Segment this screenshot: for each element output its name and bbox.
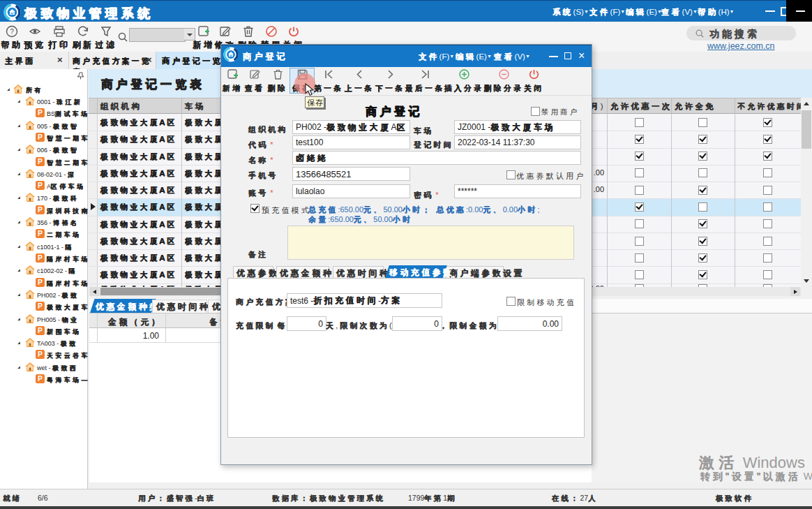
svg-text:P: P: [38, 182, 43, 189]
svg-text:P: P: [38, 254, 43, 262]
svg-text:?: ?: [10, 28, 14, 36]
svg-text:P: P: [38, 279, 43, 286]
svg-text:P: P: [38, 327, 43, 334]
svg-text:P: P: [38, 109, 43, 117]
svg-text:P: P: [38, 375, 43, 383]
svg-text:P: P: [38, 351, 43, 358]
svg-text:P: P: [38, 133, 43, 141]
svg-text:P: P: [38, 230, 43, 237]
svg-text:P: P: [38, 302, 43, 310]
svg-text:P: P: [38, 206, 43, 214]
svg-text:P: P: [38, 158, 43, 165]
